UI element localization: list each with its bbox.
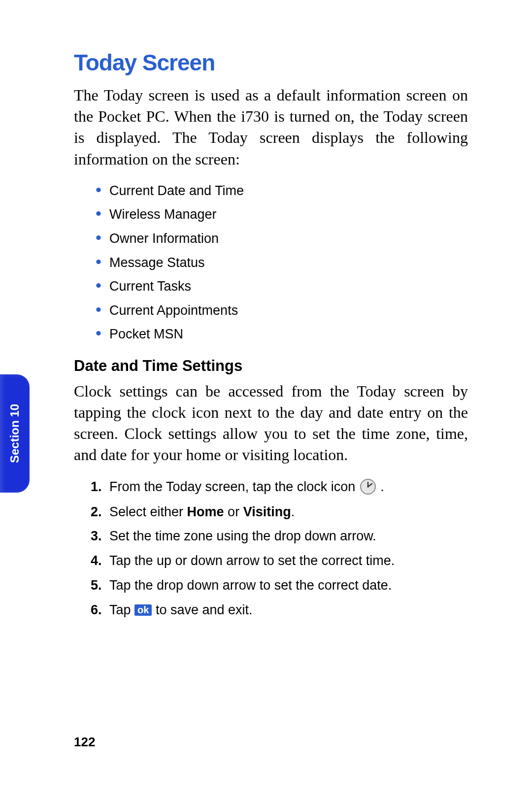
page-content: Today Screen The Today screen is used as…: [74, 49, 468, 623]
step-item: From the Today screen, tap the clock ico…: [109, 475, 468, 500]
step-item: Select either Home or Visiting.: [109, 500, 468, 525]
list-item: Wireless Manager: [109, 202, 468, 227]
step-text: Select either: [109, 504, 187, 519]
step-text: Tap: [109, 602, 134, 617]
list-item: Pocket MSN: [109, 322, 468, 346]
steps-list: From the Today screen, tap the clock ico…: [74, 475, 468, 623]
clock-icon: [359, 475, 377, 500]
section-tab-label: Section 10: [8, 404, 22, 463]
step-text: .: [380, 479, 384, 494]
section-tab: Section 10: [0, 374, 30, 493]
step-text: .: [291, 504, 295, 519]
page-number: 122: [74, 734, 95, 750]
step-bold: Visiting: [243, 504, 291, 519]
page-title: Today Screen: [74, 49, 468, 76]
list-item: Owner Information: [109, 227, 468, 251]
step-item: Set the time zone using the drop down ar…: [109, 524, 468, 549]
list-item: Message Status: [109, 251, 468, 275]
list-item: Current Appointments: [109, 299, 468, 323]
subheading: Date and Time Settings: [74, 357, 468, 375]
document-page: Section 10 Today Screen The Today screen…: [0, 0, 532, 799]
step-item: Tap the up or down arrow to set the corr…: [109, 549, 468, 573]
bullet-list: Current Date and Time Wireless Manager O…: [74, 179, 468, 346]
list-item: Current Tasks: [109, 274, 468, 299]
svg-point-3: [367, 486, 368, 487]
step-item: Tap the drop down arrow to set the corre…: [109, 573, 468, 598]
step-text: to save and exit.: [156, 602, 253, 617]
step-text: From the Today screen, tap the clock ico…: [109, 479, 359, 494]
step-item: Tap ok to save and exit.: [109, 598, 468, 623]
step-text: or: [224, 504, 243, 519]
intro-paragraph: The Today screen is used as a default in…: [74, 85, 468, 170]
list-item: Current Date and Time: [109, 179, 468, 203]
settings-paragraph: Clock settings can be accessed from the …: [74, 381, 468, 466]
step-bold: Home: [187, 504, 224, 519]
ok-icon: ok: [134, 604, 152, 616]
